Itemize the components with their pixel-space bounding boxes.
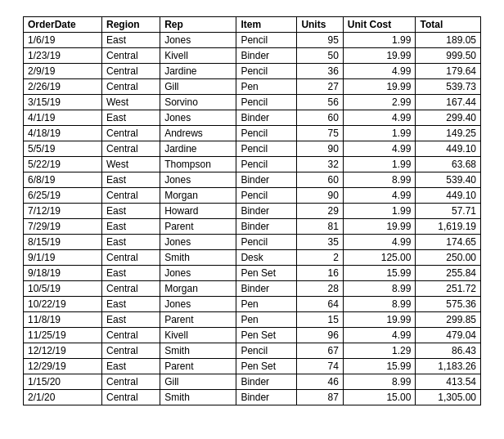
- table-cell: 251.72: [416, 281, 481, 297]
- table-cell: East: [101, 312, 160, 328]
- table-cell: 4.99: [343, 328, 416, 343]
- table-cell: Pencil: [236, 188, 297, 204]
- table-cell: Central: [101, 343, 160, 359]
- table-cell: Jones: [160, 110, 236, 126]
- table-cell: 12/29/19: [24, 359, 102, 374]
- table-cell: Smith: [160, 390, 236, 405]
- table-cell: Binder: [236, 48, 297, 64]
- column-header-rep: Rep: [160, 17, 236, 33]
- table-cell: Pencil: [236, 141, 297, 157]
- table-row: 1/23/19CentralKivellBinder5019.99999.50: [24, 48, 481, 64]
- table-row: 5/22/19WestThompsonPencil321.9963.68: [24, 157, 481, 172]
- table-cell: 28: [297, 281, 343, 297]
- table-row: 10/5/19CentralMorganBinder288.99251.72: [24, 281, 481, 297]
- table-cell: 8.99: [343, 172, 416, 188]
- table-row: 2/26/19CentralGillPen2719.99539.73: [24, 79, 481, 95]
- table-cell: 250.00: [416, 250, 481, 266]
- table-cell: 67: [297, 343, 343, 359]
- table-cell: East: [101, 172, 160, 188]
- table-cell: 64: [297, 297, 343, 312]
- table-cell: Central: [101, 126, 160, 141]
- table-cell: Jones: [160, 172, 236, 188]
- table-cell: Binder: [236, 390, 297, 405]
- table-cell: 4/18/19: [24, 126, 102, 141]
- table-cell: 46: [297, 374, 343, 390]
- table-cell: Pen: [236, 312, 297, 328]
- table-cell: Andrews: [160, 126, 236, 141]
- table-cell: 539.73: [416, 79, 481, 95]
- table-cell: 19.99: [343, 219, 416, 235]
- table-cell: 479.04: [416, 328, 481, 343]
- table-cell: Jones: [160, 235, 236, 250]
- table-cell: 7/12/19: [24, 204, 102, 219]
- table-cell: 539.40: [416, 172, 481, 188]
- table-cell: Central: [101, 390, 160, 405]
- table-row: 2/1/20CentralSmithBinder8715.001,305.00: [24, 390, 481, 405]
- table-cell: 3/15/19: [24, 95, 102, 110]
- table-row: 4/18/19CentralAndrewsPencil751.99149.25: [24, 126, 481, 141]
- table-cell: 1.29: [343, 343, 416, 359]
- table-cell: 75: [297, 126, 343, 141]
- table-cell: 1.99: [343, 204, 416, 219]
- table-cell: 63.68: [416, 157, 481, 172]
- table-cell: 90: [297, 188, 343, 204]
- table-row: 7/29/19EastParentBinder8119.991,619.19: [24, 219, 481, 235]
- table-cell: 90: [297, 141, 343, 157]
- table-row: 12/29/19EastParentPen Set7415.991,183.26: [24, 359, 481, 374]
- table-cell: Central: [101, 374, 160, 390]
- table-cell: 4/1/19: [24, 110, 102, 126]
- table-cell: 8.99: [343, 297, 416, 312]
- table-cell: 19.99: [343, 48, 416, 64]
- table-cell: East: [101, 33, 160, 48]
- table-cell: 10/22/19: [24, 297, 102, 312]
- table-cell: Thompson: [160, 157, 236, 172]
- table-cell: 8.99: [343, 374, 416, 390]
- table-cell: 4.99: [343, 110, 416, 126]
- table-cell: 19.99: [343, 312, 416, 328]
- data-table: OrderDateRegionRepItemUnitsUnit CostTota…: [23, 16, 481, 405]
- table-cell: 1/15/20: [24, 374, 102, 390]
- table-row: 6/8/19EastJonesBinder608.99539.40: [24, 172, 481, 188]
- table-cell: 999.50: [416, 48, 481, 64]
- table-cell: 2/26/19: [24, 79, 102, 95]
- table-cell: 255.84: [416, 266, 481, 281]
- table-cell: 95: [297, 33, 343, 48]
- table-cell: 60: [297, 172, 343, 188]
- table-row: 8/15/19EastJonesPencil354.99174.65: [24, 235, 481, 250]
- table-row: 11/25/19CentralKivellPen Set964.99479.04: [24, 328, 481, 343]
- table-cell: Pencil: [236, 126, 297, 141]
- table-cell: East: [101, 204, 160, 219]
- table-row: 9/1/19CentralSmithDesk2125.00250.00: [24, 250, 481, 266]
- table-cell: 1,305.00: [416, 390, 481, 405]
- table-row: 7/12/19EastHowardBinder291.9957.71: [24, 204, 481, 219]
- table-cell: 8/15/19: [24, 235, 102, 250]
- table-cell: Central: [101, 64, 160, 79]
- table-cell: 5/22/19: [24, 157, 102, 172]
- table-cell: East: [101, 235, 160, 250]
- table-cell: 4.99: [343, 235, 416, 250]
- table-cell: 9/1/19: [24, 250, 102, 266]
- table-row: 2/9/19CentralJardinePencil364.99179.64: [24, 64, 481, 79]
- table-cell: 15.99: [343, 266, 416, 281]
- column-header-orderdate: OrderDate: [24, 17, 102, 33]
- table-row: 10/22/19EastJonesPen648.99575.36: [24, 297, 481, 312]
- table-cell: Desk: [236, 250, 297, 266]
- table-cell: 60: [297, 110, 343, 126]
- table-cell: 27: [297, 79, 343, 95]
- table-row: 1/6/19EastJonesPencil951.99189.05: [24, 33, 481, 48]
- table-cell: Central: [101, 48, 160, 64]
- table-cell: 50: [297, 48, 343, 64]
- table-cell: 15.99: [343, 359, 416, 374]
- table-cell: 6/8/19: [24, 172, 102, 188]
- table-cell: East: [101, 110, 160, 126]
- table-cell: Morgan: [160, 188, 236, 204]
- table-cell: Pen Set: [236, 359, 297, 374]
- table-cell: Kivell: [160, 48, 236, 64]
- table-cell: Central: [101, 250, 160, 266]
- table-cell: Smith: [160, 343, 236, 359]
- table-cell: 2/9/19: [24, 64, 102, 79]
- table-cell: Pencil: [236, 64, 297, 79]
- table-cell: 449.10: [416, 141, 481, 157]
- table-cell: 179.64: [416, 64, 481, 79]
- table-cell: 96: [297, 328, 343, 343]
